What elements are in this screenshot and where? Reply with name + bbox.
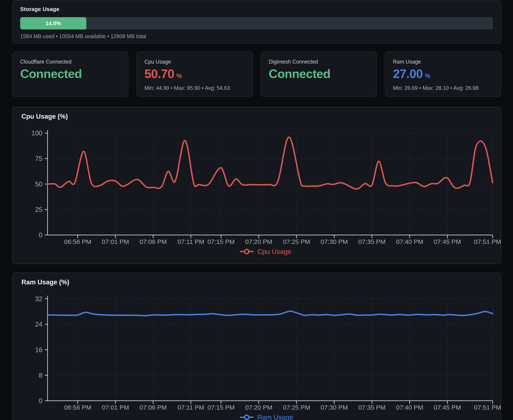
storage-usage-title: Storage Usage xyxy=(20,6,493,13)
svg-text:07:11 PM: 07:11 PM xyxy=(178,404,204,411)
svg-text:07:01 PM: 07:01 PM xyxy=(102,404,129,411)
card-cloudflare-status: Cloudflare Connected Connected xyxy=(12,52,128,97)
card-label: Digimesh Connected xyxy=(269,59,369,65)
card-cpu-usage: Cpu Usage 50.70% Min: 44.90 • Max: 95.90… xyxy=(136,52,253,97)
cpu-usage-chart-panel: Cpu Usage (%) 025507510006:56 PM07:01 PM… xyxy=(12,107,501,264)
svg-text:07:45 PM: 07:45 PM xyxy=(434,404,461,411)
svg-text:100: 100 xyxy=(31,129,42,137)
card-value-text: Connected xyxy=(269,67,331,81)
svg-text:07:20 PM: 07:20 PM xyxy=(245,238,272,245)
svg-text:07:51 PM: 07:51 PM xyxy=(474,404,501,411)
svg-text:07:30 PM: 07:30 PM xyxy=(321,238,348,245)
svg-text:07:15 PM: 07:15 PM xyxy=(208,238,235,245)
card-value-text: 50.70 xyxy=(145,67,174,81)
svg-text:07:40 PM: 07:40 PM xyxy=(396,404,423,411)
card-stats: Min: 44.90 • Max: 95.90 • Avg: 54.63 xyxy=(145,85,245,91)
legend-ram-usage[interactable]: Ram Usage xyxy=(240,413,293,420)
storage-usage-panel: Storage Usage 14.0% 1584 MB used • 10554… xyxy=(12,0,501,44)
svg-text:0: 0 xyxy=(39,231,42,239)
svg-text:06:56 PM: 06:56 PM xyxy=(64,238,91,245)
card-value-text: 27.00 xyxy=(393,67,423,81)
svg-text:07:51 PM: 07:51 PM xyxy=(474,238,501,245)
card-value-suffix: % xyxy=(425,72,430,79)
card-digimesh-status: Digimesh Connected Connected xyxy=(261,52,377,97)
svg-text:07:35 PM: 07:35 PM xyxy=(358,238,386,245)
svg-text:50: 50 xyxy=(35,180,42,188)
svg-text:07:25 PM: 07:25 PM xyxy=(283,238,310,245)
storage-percent-label: 14.0% xyxy=(45,20,61,27)
svg-text:07:35 PM: 07:35 PM xyxy=(358,404,386,411)
svg-text:07:15 PM: 07:15 PM xyxy=(208,404,235,411)
ram-usage-chart-panel: Ram Usage (%) 0816243206:56 PM07:01 PM07… xyxy=(12,272,501,420)
svg-text:75: 75 xyxy=(35,155,42,162)
svg-text:07:01 PM: 07:01 PM xyxy=(102,238,129,245)
svg-text:06:56 PM: 06:56 PM xyxy=(64,404,91,411)
card-value-text: Connected xyxy=(20,67,82,81)
status-cards-row: Cloudflare Connected Connected Cpu Usage… xyxy=(12,52,501,97)
card-value: 50.70% xyxy=(145,68,245,80)
card-label: Ram Usage xyxy=(393,59,493,65)
card-value: 27.00% xyxy=(393,68,493,80)
card-value: Connected xyxy=(20,68,120,80)
svg-text:07:45 PM: 07:45 PM xyxy=(434,238,461,245)
card-stats: Min: 26.69 • Max: 28.10 • Avg: 26.98 xyxy=(393,85,493,91)
svg-text:8: 8 xyxy=(39,372,42,379)
cpu-usage-line-chart[interactable]: 025507510006:56 PM07:01 PM07:06 PM07:11 … xyxy=(13,107,501,264)
svg-text:32: 32 xyxy=(35,295,42,303)
ram-usage-line-chart[interactable]: 0816243206:56 PM07:01 PM07:06 PM07:11 PM… xyxy=(13,273,501,420)
svg-text:07:11 PM: 07:11 PM xyxy=(178,238,204,245)
legend-cpu-usage[interactable]: Cpu Usage xyxy=(240,248,291,255)
svg-text:07:25 PM: 07:25 PM xyxy=(283,404,310,411)
svg-text:07:06 PM: 07:06 PM xyxy=(140,404,167,411)
card-label: Cloudflare Connected xyxy=(20,59,120,65)
card-label: Cpu Usage xyxy=(145,59,245,65)
card-value-suffix: % xyxy=(176,72,182,79)
svg-text:07:20 PM: 07:20 PM xyxy=(245,404,272,411)
svg-text:16: 16 xyxy=(35,346,42,354)
svg-text:24: 24 xyxy=(35,321,42,328)
svg-text:25: 25 xyxy=(35,206,42,213)
svg-text:07:06 PM: 07:06 PM xyxy=(140,238,167,245)
svg-text:07:30 PM: 07:30 PM xyxy=(321,404,348,411)
svg-text:0: 0 xyxy=(39,397,42,405)
svg-text:07:40 PM: 07:40 PM xyxy=(396,238,423,245)
storage-progress-fill: 14.0% xyxy=(20,17,86,30)
dashboard: Storage Usage 14.0% 1584 MB used • 10554… xyxy=(12,0,501,420)
storage-progress-bar: 14.0% xyxy=(20,17,493,30)
storage-details-text: 1584 MB used • 10554 MB available • 1280… xyxy=(20,33,493,39)
card-value: Connected xyxy=(269,68,369,80)
svg-text:Ram Usage: Ram Usage xyxy=(257,413,293,420)
svg-text:Cpu Usage: Cpu Usage xyxy=(257,248,291,255)
card-ram-usage: Ram Usage 27.00% Min: 26.69 • Max: 28.10… xyxy=(385,52,501,97)
